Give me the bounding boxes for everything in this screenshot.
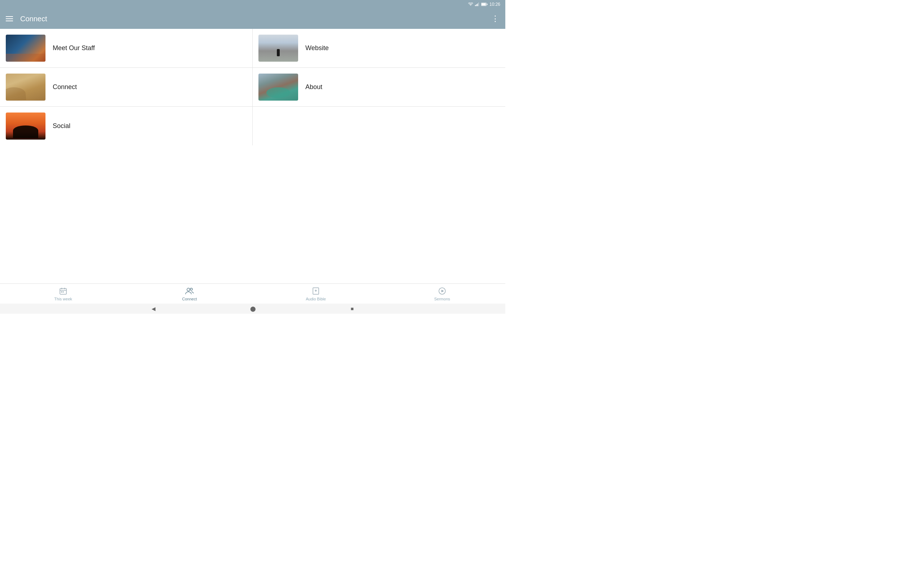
nav-sermons-label: Sermons <box>434 297 450 301</box>
svg-rect-5 <box>486 3 487 5</box>
nav-audio-bible-label: Audio Bible <box>306 297 326 301</box>
connect-item[interactable]: Connect <box>0 68 253 107</box>
home-button[interactable]: ⬤ <box>250 306 256 311</box>
website-image <box>258 35 298 62</box>
app-title: Connect <box>20 15 491 23</box>
menu-grid: Meet Our Staff Website Connect About Soc… <box>0 29 505 145</box>
svg-point-13 <box>187 288 190 291</box>
back-button[interactable]: ◀ <box>152 306 155 311</box>
nav-this-week-label: This week <box>54 297 72 301</box>
status-time: 10:26 <box>489 2 500 7</box>
nav-audio-bible[interactable]: Audio Bible <box>253 287 379 301</box>
meet-our-staff-label: Meet Our Staff <box>53 44 95 52</box>
more-options-button[interactable]: ⋮ <box>491 14 499 23</box>
content-area: Meet Our Staff Website Connect About Soc… <box>0 29 505 292</box>
nav-this-week[interactable]: This week <box>0 287 126 301</box>
wifi-icon <box>468 3 473 6</box>
about-label: About <box>305 83 322 91</box>
empty-grid-cell <box>253 107 505 145</box>
signal-icon <box>475 3 479 6</box>
nav-connect[interactable]: Connect <box>126 287 253 301</box>
svg-marker-19 <box>441 290 444 292</box>
svg-rect-0 <box>475 5 476 6</box>
connect-image <box>6 74 45 101</box>
website-item[interactable]: Website <box>253 29 505 68</box>
svg-rect-2 <box>477 3 478 6</box>
calendar-icon <box>59 287 68 295</box>
hamburger-menu-button[interactable] <box>6 16 13 21</box>
svg-rect-11 <box>61 292 62 292</box>
meet-our-staff-image <box>6 35 45 62</box>
recents-button[interactable]: ■ <box>351 306 354 311</box>
battery-icon <box>481 3 488 6</box>
nav-sermons[interactable]: Sermons <box>379 287 505 301</box>
svg-point-14 <box>190 288 192 290</box>
svg-rect-12 <box>63 292 64 292</box>
about-item[interactable]: About <box>253 68 505 107</box>
website-label: Website <box>305 44 329 52</box>
svg-rect-3 <box>478 3 479 6</box>
svg-rect-6 <box>481 3 486 5</box>
about-image <box>258 74 298 101</box>
android-nav-bar: ◀ ⬤ ■ <box>0 304 505 314</box>
bottom-nav: This week Connect Audio Bible <box>0 284 505 304</box>
social-image <box>6 113 45 140</box>
svg-rect-1 <box>476 4 477 6</box>
status-bar: 10:26 <box>0 0 505 9</box>
connect-label: Connect <box>53 83 77 91</box>
meet-our-staff-item[interactable]: Meet Our Staff <box>0 29 253 68</box>
social-item[interactable]: Social <box>0 107 253 145</box>
nav-connect-label: Connect <box>182 297 197 301</box>
people-icon <box>185 287 194 295</box>
book-plus-icon <box>312 287 320 295</box>
social-label: Social <box>53 122 70 130</box>
app-bar: Connect ⋮ <box>0 9 505 29</box>
play-circle-icon <box>438 287 446 295</box>
status-icons: 10:26 <box>468 2 500 7</box>
